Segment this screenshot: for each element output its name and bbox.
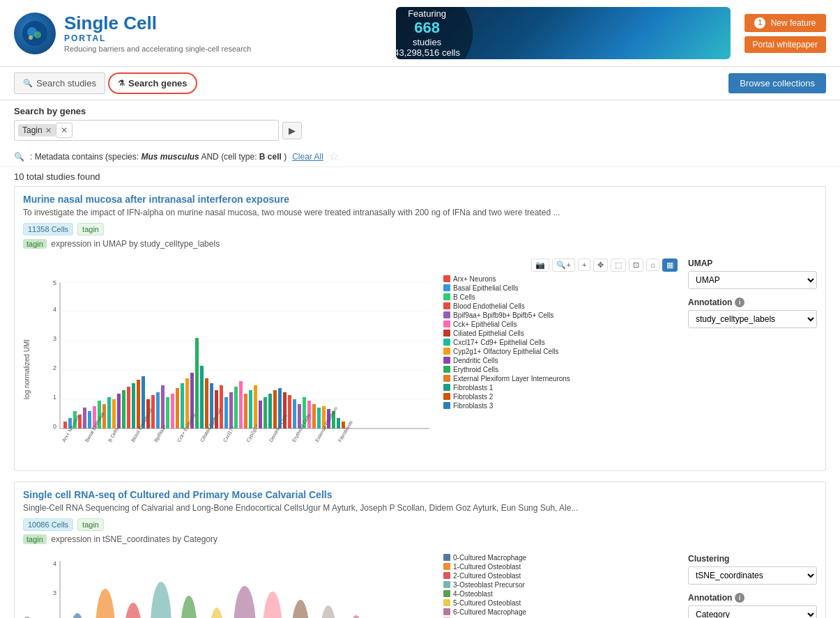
filter-text: : Metadata contains (species: Mus muscul… [30, 152, 287, 162]
viz-chart-2: Expression 0 1 2 3 4 [23, 554, 678, 618]
svg-rect-54 [244, 394, 247, 428]
svg-point-105 [349, 615, 364, 618]
filter-and: AND [201, 152, 221, 162]
search-by-genes-label: Search by genes [14, 106, 826, 116]
filter-cell-type-label: (cell type: [221, 152, 259, 162]
filter-species: Mus musculus [141, 152, 199, 162]
zoom-in-button-1[interactable]: 🔍+ [552, 258, 574, 272]
camera-button-1[interactable]: 📷 [531, 258, 549, 272]
logo-image [14, 13, 56, 54]
legend-item: Fibroblasts 2 [443, 393, 583, 401]
svg-rect-60 [273, 390, 277, 428]
gene-tag-close[interactable]: ✕ [45, 127, 52, 134]
annotation-label-1: Annotation i [688, 298, 817, 307]
expression-gene-name-1: tagin [23, 239, 47, 249]
svg-text:2: 2 [53, 364, 56, 371]
whitepaper-button[interactable]: Portal whitepaper [744, 36, 826, 53]
svg-rect-45 [200, 366, 204, 428]
legend-item: Cyp2g1+ Olfactory Epithelial Cells [443, 348, 583, 355]
svg-rect-28 [117, 394, 121, 428]
annotation-group-2: Annotation i Category Cluster study_cell… [688, 593, 817, 618]
box-select-1[interactable]: ⬚ [611, 258, 626, 272]
tab-search-studies[interactable]: 🔍 Search studies [14, 72, 105, 94]
banner-featuring: Featuring [408, 8, 446, 19]
svg-rect-29 [122, 390, 125, 428]
bar-chart-btn-1[interactable]: ▦ [662, 258, 678, 272]
results-count: 10 total studies found [0, 167, 840, 186]
legend-item: 2-Cultured Osteoblast [443, 572, 583, 580]
logo-area: Single Cell PORTAL Reducing barriers and… [14, 13, 251, 54]
study-card-header-1: Murine nasal mucosa after intranasal int… [15, 187, 825, 255]
annotation-select-1[interactable]: study_celltype_labels Category Cluster [688, 310, 817, 328]
svg-rect-52 [234, 387, 238, 428]
logo-title: Single Cell [64, 13, 251, 33]
clear-all-label: Clear All [292, 152, 323, 162]
svg-rect-46 [205, 378, 208, 428]
tab-search-genes[interactable]: ⚗ Search genes [108, 72, 197, 94]
svg-rect-53 [239, 381, 243, 428]
viz-controls-2: Clustering tSNE_coordinates UMAP PCA Ann… [678, 554, 817, 618]
legend-item: Cck+ Epithelial Cells [443, 320, 583, 328]
svg-rect-17 [63, 422, 67, 428]
legend-item: Blood Endothelial Cells [443, 302, 583, 310]
svg-rect-22 [88, 411, 91, 428]
study-card-header-2: Single cell RNA-seq of Cultured and Prim… [15, 482, 825, 550]
search-clear-button[interactable]: ✕ [56, 123, 72, 138]
chart-wrapper-2: Expression 0 1 2 3 4 [23, 554, 436, 618]
clustering-select-1[interactable]: UMAP tSNE PCA [688, 271, 817, 289]
filter-icon: 🔍 [14, 152, 24, 162]
svg-rect-27 [112, 399, 116, 428]
expression-tsne-2: tSNE_coordinates by Category [102, 534, 217, 544]
legend-item: 4-Osteoblast [443, 590, 583, 598]
new-feature-label: New feature [771, 17, 816, 27]
zoom-plus-1[interactable]: + [578, 258, 590, 271]
lasso-1[interactable]: ⊡ [629, 258, 643, 272]
svg-rect-31 [132, 383, 135, 428]
search-studies-icon: 🔍 [23, 79, 33, 88]
legend-item: Erythroid Cells [443, 366, 583, 373]
banner-stats: Featuring 668 studies 43,298,516 cells [396, 7, 473, 59]
study-description-2: Single-Cell RNA Sequencing of Calvarial … [23, 502, 817, 514]
study-title-2[interactable]: Single cell RNA-seq of Cultured and Prim… [23, 489, 332, 500]
legend-item: B Cells [443, 293, 583, 301]
svg-text:1: 1 [53, 394, 56, 401]
search-genes-icon: ⚗ [118, 79, 125, 88]
results-count-text: 10 total studies found [14, 171, 100, 182]
svg-rect-49 [220, 385, 223, 428]
svg-point-98 [151, 582, 171, 618]
study-tags-1: 11358 Cells tagin [23, 223, 817, 235]
study-title-1[interactable]: Murine nasal mucosa after intranasal int… [23, 194, 289, 205]
annotation-info-icon-1[interactable]: i [735, 298, 744, 307]
viz-chart-1: 📷 🔍+ + ✥ ⬚ ⊡ ⌂ ▦ log normalized UMI [23, 258, 678, 463]
home-btn-1[interactable]: ⌂ [646, 258, 659, 271]
logo-text: Single Cell PORTAL Reducing barriers and… [64, 13, 251, 53]
annotation-select-2[interactable]: Category Cluster study_celltype_labels [688, 605, 817, 618]
tab-search-studies-label: Search studies [36, 78, 96, 88]
gene-search-input-wrapper[interactable]: Tagin ✕ ✕ [14, 120, 279, 141]
svg-text:4: 4 [53, 560, 56, 567]
expression-in-text-1: expression in [51, 239, 100, 249]
study-cells-tag-1: 11358 Cells [23, 223, 73, 235]
annotation-info-icon-2[interactable]: i [735, 593, 744, 603]
study-gene-tag-2: tagin [77, 518, 104, 531]
browse-collections-button[interactable]: Browse collections [728, 73, 826, 93]
svg-rect-41 [181, 383, 184, 428]
svg-rect-56 [254, 385, 257, 428]
new-feature-button[interactable]: 1 New feature [744, 14, 826, 32]
nav-tabs: 🔍 Search studies ⚗ Search genes [14, 72, 197, 94]
legend-item: 5-Cultured Osteoblast [443, 599, 583, 607]
svg-rect-26 [107, 397, 111, 428]
move-btn-1[interactable]: ✥ [593, 258, 608, 272]
clustering-group-1: UMAP UMAP tSNE PCA [688, 258, 817, 289]
logo-tagline: Reducing barriers and accelerating singl… [64, 45, 251, 53]
bar-chart-svg-1: 0 1 2 3 4 5 [32, 275, 436, 463]
svg-text:Bpif9aa+: Bpif9aa+ [153, 424, 168, 443]
svg-point-3 [29, 36, 33, 40]
search-go-button[interactable]: ▶ [282, 122, 302, 139]
banner-count: 668 [414, 19, 440, 37]
clear-all-button[interactable]: Clear All [292, 152, 323, 162]
favorite-button[interactable]: ☆ [329, 150, 339, 163]
svg-rect-73 [337, 418, 340, 428]
clustering-select-2[interactable]: tSNE_coordinates UMAP PCA [688, 566, 817, 585]
annotation-group-1: Annotation i study_celltype_labels Categ… [688, 298, 817, 328]
